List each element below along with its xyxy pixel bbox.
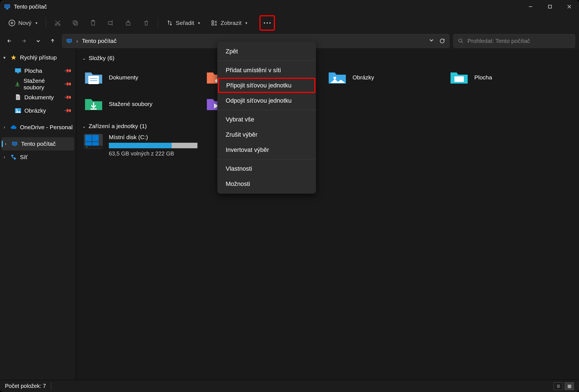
menu-item-select-none[interactable]: Zrušit výběr [217,127,316,142]
new-button[interactable]: Nový ▾ [4,15,42,31]
this-pc-icon [66,38,72,44]
rename-icon [107,20,114,26]
sidebar-item-label: Síť [20,154,28,160]
search-box[interactable]: Prohledat: Tento počítač [453,34,575,48]
minimize-button[interactable] [521,0,540,13]
more-icon [263,22,271,24]
folder-downloads[interactable]: Stažené soubory [81,91,203,117]
chevron-right-icon: › [2,125,7,130]
svg-rect-51 [90,78,97,79]
picture-icon [14,107,22,114]
recent-button[interactable] [33,35,44,46]
chevron-right-icon: › [3,141,8,146]
folder-icon [84,70,103,85]
sidebar-item-label: Rychlý přístup [20,54,57,61]
section-label: Zařízení a jednotky (1) [89,123,147,129]
cut-button[interactable] [50,15,65,31]
forward-button[interactable] [18,35,29,46]
sidebar-item-this-pc[interactable]: › Tento počítač [2,137,74,150]
close-button[interactable] [560,0,579,13]
folder-pictures[interactable]: Obrázky [325,64,447,91]
delete-button[interactable] [138,15,154,31]
svg-point-31 [267,22,268,24]
details-view-button[interactable]: ≣ [554,382,563,390]
folder-icon [449,70,469,85]
refresh-button[interactable] [439,38,445,44]
menu-item-map-network-drive[interactable]: Připojit síťovou jednotku [218,78,315,93]
pin-icon: 📌 [63,80,72,88]
copy-button[interactable] [68,15,83,31]
svg-point-64 [86,146,88,147]
pin-icon: 📌 [63,93,72,102]
sort-button[interactable]: Seřadit ▾ [162,15,205,31]
clipboard-icon [90,20,96,26]
drive-c[interactable]: Místní disk (C:) 63,5 GB volných z 222 G… [81,132,225,159]
svg-rect-59 [85,135,92,141]
dropdown-button[interactable] [429,38,434,44]
folders-grid: Dokumenty Hudba Obrázky Plocha Stažené s… [81,64,574,117]
folder-icon [84,96,103,112]
sort-label: Seřadit [176,20,194,26]
svg-rect-23 [126,22,130,25]
menu-item-properties[interactable]: Vlastnosti [217,161,316,176]
menu-item-back[interactable]: Zpět [217,44,316,59]
toolbar-divider [158,17,158,28]
menu-item-add-network-location[interactable]: Přidat umístění v síti [217,63,316,78]
download-icon [14,81,21,88]
rename-button[interactable] [103,15,119,31]
devices-section-header[interactable]: ⌄ Zařízení a jednotky (1) [82,123,574,129]
plus-circle-icon [8,19,16,27]
maximize-button[interactable] [540,0,560,13]
folder-documents[interactable]: Dokumenty [81,64,203,91]
sidebar-item-label: Stažené soubory [24,77,62,91]
this-pc-icon [11,140,18,147]
folders-section-header[interactable]: ⌄ Složky (6) [82,55,574,61]
toolbar: Nový ▾ Seřadit ▾ Zobrazit ▾ [0,13,579,33]
svg-rect-47 [14,146,16,146]
sidebar-item-network[interactable]: › Síť [0,150,76,164]
folder-desktop[interactable]: Plocha [447,64,568,91]
sidebar-item-quick-access[interactable]: ▾ Rychlý přístup [0,51,76,64]
drive-usage-bar [109,143,197,148]
up-button[interactable] [47,35,58,46]
svg-rect-3 [6,9,9,9]
search-icon [458,38,464,44]
back-button[interactable] [4,35,15,46]
document-icon [14,94,22,101]
window-title: Tento počítač [14,4,521,10]
star-icon [10,54,17,61]
sidebar-item-documents[interactable]: Dokumenty 📌 [0,91,76,104]
breadcrumb-item[interactable]: Tento počítač [82,38,117,44]
address-actions [429,38,445,44]
sidebar-item-downloads[interactable]: Stažené soubory 📌 [0,77,76,91]
menu-item-options[interactable]: Možnosti [217,176,316,191]
paste-button[interactable] [85,15,101,31]
this-pc-icon [4,3,11,10]
share-button[interactable] [121,15,136,31]
nav-buttons [4,35,58,46]
sidebar-item-pictures[interactable]: Obrázky 📌 [0,104,76,117]
breadcrumb-separator: › [76,38,78,44]
chevron-down-icon: ▾ [2,55,7,60]
folder-icon [328,70,347,85]
menu-item-select-all[interactable]: Vybrat vše [217,112,316,127]
sidebar-item-onedrive[interactable]: › OneDrive - Personal [0,121,76,134]
more-button[interactable] [259,15,275,31]
menu-divider [217,159,316,159]
sidebar-item-desktop[interactable]: Plocha 📌 [0,64,76,77]
menu-divider [217,61,316,61]
chevron-down-icon: ⌄ [82,56,86,61]
share-icon [125,20,132,26]
network-icon [10,154,17,161]
trash-icon [143,20,150,26]
item-count: Počet položek: 7 [5,383,46,389]
tiles-view-button[interactable]: ▦ [565,382,574,390]
menu-item-invert-selection[interactable]: Invertovat výběr [217,142,316,157]
folder-label: Obrázky [352,74,374,81]
sidebar-item-label: Plocha [24,68,42,74]
view-button[interactable]: Zobrazit ▾ [207,15,252,31]
menu-item-disconnect-network-drive[interactable]: Odpojit síťovou jednotku [217,93,316,108]
sidebar-item-label: OneDrive - Personal [20,124,73,131]
drive-icon [84,134,103,149]
pin-icon: 📌 [63,106,72,115]
